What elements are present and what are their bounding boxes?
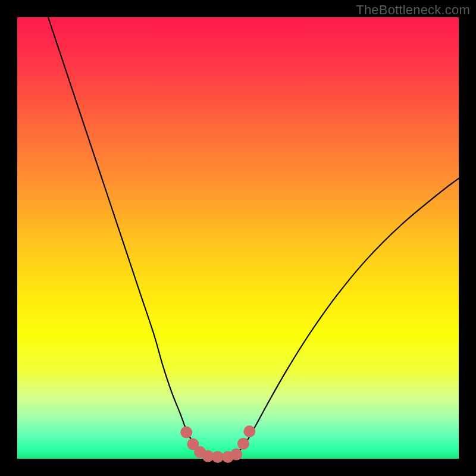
plot-area	[17, 17, 459, 459]
marker-dot	[237, 438, 249, 450]
marker-dot	[230, 449, 242, 461]
watermark-text: TheBottleneck.com	[356, 2, 470, 18]
marker-dot	[243, 425, 255, 437]
left-curve	[48, 17, 207, 456]
chart-frame: TheBottleneck.com	[0, 0, 476, 476]
marker-dot	[180, 426, 192, 438]
curves-layer	[17, 17, 459, 459]
bottom-marker-dots	[180, 425, 255, 463]
right-curve	[234, 178, 459, 456]
marker-dot	[212, 451, 224, 463]
